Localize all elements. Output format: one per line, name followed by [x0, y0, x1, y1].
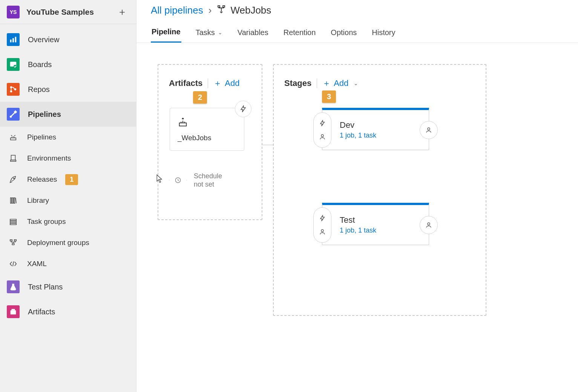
- svg-rect-12: [11, 160, 16, 162]
- stage-predeploy-button[interactable]: [313, 207, 331, 243]
- divider: [208, 78, 208, 88]
- chevron-down-icon: ⌄: [354, 80, 358, 86]
- tab-history[interactable]: History: [371, 24, 396, 43]
- tab-tasks[interactable]: Tasks⌄: [195, 24, 223, 43]
- person-icon: [319, 228, 326, 235]
- nav-xaml[interactable]: XAML: [0, 253, 136, 274]
- stage-meta-link[interactable]: 1 job, 1 task: [340, 227, 376, 234]
- nav-environments[interactable]: Environments: [0, 148, 136, 169]
- deployment-groups-icon: [8, 237, 19, 248]
- svg-rect-14: [11, 198, 12, 204]
- test-plans-icon: [7, 280, 20, 293]
- tab-pipeline[interactable]: Pipeline: [151, 24, 181, 43]
- sidebar: YS YouTube Samples ＋ Overview Boards Rep…: [0, 0, 136, 392]
- nav-label: Repos: [28, 85, 50, 94]
- svg-rect-11: [11, 155, 15, 160]
- add-project-button[interactable]: ＋: [115, 5, 129, 18]
- nav-boards[interactable]: Boards: [0, 52, 136, 77]
- artifact-schedule[interactable]: Schedule not set: [169, 171, 251, 189]
- nav-releases[interactable]: Releases 1: [0, 169, 136, 190]
- nav-pipelines-sub[interactable]: Pipelines: [0, 127, 136, 148]
- stage-meta-link[interactable]: 1 job, 1 task: [340, 132, 376, 139]
- nav-label: Pipelines: [28, 110, 61, 119]
- nav-label: Deployment groups: [27, 239, 89, 247]
- artifacts-title: Artifacts: [169, 78, 202, 88]
- project-avatar[interactable]: YS: [7, 6, 20, 18]
- nav-task-groups[interactable]: Task groups: [0, 211, 136, 232]
- stage-predeploy-button[interactable]: [313, 112, 331, 148]
- repos-icon: [7, 83, 20, 96]
- nav-deployment-groups[interactable]: Deployment groups: [0, 232, 136, 253]
- svg-rect-25: [218, 6, 220, 7]
- tab-label: Variables: [238, 28, 268, 37]
- nav-overview[interactable]: Overview: [0, 27, 136, 52]
- chevron-down-icon: ⌄: [218, 29, 222, 35]
- tab-label: Options: [331, 28, 357, 37]
- nav-label: Releases: [27, 175, 57, 184]
- releases-icon: [8, 174, 19, 185]
- release-def-icon: [217, 5, 226, 16]
- person-icon: [425, 127, 432, 133]
- tab-retention[interactable]: Retention: [283, 24, 317, 43]
- artifact-trigger-button[interactable]: [235, 101, 251, 117]
- pipelines-sub-icon: [8, 132, 19, 143]
- stage-postdeploy-button[interactable]: [420, 216, 438, 234]
- chevron-right-icon: ›: [209, 5, 212, 16]
- callout-badge-2: 2: [193, 91, 207, 104]
- svg-rect-21: [14, 240, 17, 241]
- svg-point-6: [10, 90, 12, 93]
- person-icon: [319, 133, 326, 140]
- svg-rect-27: [179, 123, 187, 126]
- nav-artifacts[interactable]: Artifacts: [0, 299, 136, 324]
- svg-point-8: [10, 116, 12, 118]
- stage-card-dev[interactable]: Dev 1 job, 1 task: [322, 108, 429, 150]
- nav-label: Environments: [27, 154, 71, 162]
- boards-icon: [7, 58, 20, 71]
- svg-point-29: [321, 135, 323, 137]
- tab-variables[interactable]: Variables: [237, 24, 269, 43]
- svg-rect-18: [10, 221, 17, 223]
- svg-rect-20: [10, 240, 12, 241]
- plus-icon: ＋: [213, 78, 222, 89]
- nav-library[interactable]: Library: [0, 190, 136, 211]
- schedule-line2: not set: [194, 180, 222, 189]
- svg-rect-22: [12, 243, 14, 245]
- lightning-icon: [319, 215, 326, 222]
- svg-point-30: [428, 128, 430, 130]
- svg-rect-19: [10, 224, 17, 225]
- breadcrumb-current-label: WebJobs: [230, 5, 271, 16]
- svg-point-13: [13, 178, 14, 179]
- artifact-card[interactable]: _WebJobs: [170, 108, 244, 151]
- tabs: Pipeline Tasks⌄ Variables Retention Opti…: [136, 16, 578, 43]
- nav-label: Boards: [28, 60, 52, 69]
- breadcrumb-root[interactable]: All pipelines: [151, 5, 203, 16]
- breadcrumb-current: WebJobs: [217, 5, 271, 16]
- stage-postdeploy-button[interactable]: [420, 121, 438, 139]
- tab-label: History: [372, 28, 395, 37]
- svg-rect-23: [11, 310, 16, 314]
- project-title[interactable]: YouTube Samples: [26, 8, 115, 17]
- stage-card-test[interactable]: Test 1 job, 1 task: [322, 203, 429, 245]
- nav-label: Task groups: [27, 217, 66, 226]
- svg-rect-24: [11, 309, 15, 311]
- add-stage-button[interactable]: ＋ Add ⌄: [322, 78, 358, 89]
- tab-options[interactable]: Options: [330, 24, 357, 43]
- artifacts-header: Artifacts ＋ Add: [169, 78, 251, 89]
- stage-name: Test: [340, 215, 376, 225]
- add-artifact-button[interactable]: ＋ Add: [213, 78, 239, 89]
- library-icon: [8, 195, 19, 206]
- tab-label: Tasks: [196, 28, 215, 37]
- stages-header: Stages ＋ Add ⌄: [284, 78, 475, 89]
- svg-point-5: [10, 86, 12, 89]
- nav: Overview Boards Repos Pipelines Pip: [0, 24, 136, 392]
- nav-test-plans[interactable]: Test Plans: [0, 274, 136, 299]
- nav-label: Test Plans: [28, 283, 63, 291]
- nav-repos[interactable]: Repos: [0, 77, 136, 102]
- nav-pipelines[interactable]: Pipelines: [0, 102, 136, 127]
- artifacts-icon: [7, 305, 20, 318]
- nav-label: Pipelines: [27, 133, 56, 141]
- environments-icon: [8, 153, 19, 164]
- pipelines-icon: [7, 108, 20, 121]
- stages-title: Stages: [284, 78, 311, 88]
- svg-rect-0: [10, 40, 12, 42]
